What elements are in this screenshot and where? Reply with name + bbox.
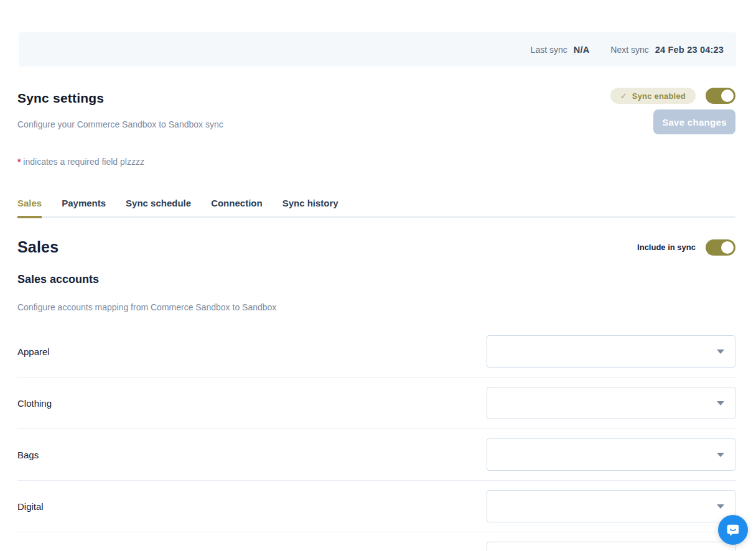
mapping-row-apparel: Apparel xyxy=(17,326,735,377)
mapping-label: Apparel xyxy=(17,346,50,357)
mapping-row-bags: Bags xyxy=(17,429,735,481)
chevron-down-icon xyxy=(717,453,724,457)
account-select-apparel[interactable] xyxy=(487,335,735,368)
sync-enabled-toggle[interactable] xyxy=(706,88,735,104)
sync-enabled-badge-label: Sync enabled xyxy=(632,91,686,101)
section-title: Sales xyxy=(17,238,58,256)
settings-tabs: Sales Payments Sync schedule Connection … xyxy=(17,198,735,218)
sales-section: Sales Include in sync Sales accounts Con… xyxy=(17,238,735,551)
chevron-down-icon xyxy=(717,401,724,405)
toggle-knob xyxy=(721,90,734,102)
account-select-digital[interactable] xyxy=(487,490,735,522)
header: Sync settings Configure your Commerce Sa… xyxy=(17,91,735,167)
mapping-label: Clothing xyxy=(17,398,52,409)
chevron-down-icon xyxy=(717,504,724,509)
required-field-note: * indicates a required field plzzzz xyxy=(17,157,735,167)
last-sync-label: Last sync xyxy=(531,45,567,55)
check-icon: ✓ xyxy=(620,91,627,101)
sales-accounts-description: Configure accounts mapping from Commerce… xyxy=(17,302,735,312)
header-actions: ✓ Sync enabled Save changes xyxy=(610,88,735,134)
sync-status-bar: Last sync N/A Next sync 24 Feb 23 04:23 xyxy=(19,32,736,67)
sync-enabled-row: ✓ Sync enabled xyxy=(610,88,735,104)
chat-launcher-button[interactable] xyxy=(718,515,748,545)
save-changes-button[interactable]: Save changes xyxy=(653,109,735,134)
sales-section-head: Sales Include in sync xyxy=(17,238,735,256)
mapping-row-hardware: Hardware xyxy=(17,532,735,551)
sync-settings-page: Last sync N/A Next sync 24 Feb 23 04:23 … xyxy=(0,0,756,551)
account-select-hardware[interactable] xyxy=(487,542,735,551)
account-mapping-list: Apparel Clothing Bags xyxy=(17,326,735,551)
include-in-sync-row: Include in sync xyxy=(637,239,735,256)
mapping-label: Digital xyxy=(17,501,44,512)
required-note-text: indicates a required field plzzzz xyxy=(21,157,144,167)
last-sync-value: N/A xyxy=(574,45,590,55)
tab-payments[interactable]: Payments xyxy=(62,198,106,218)
chat-bubble-icon xyxy=(725,522,741,538)
chevron-down-icon xyxy=(717,350,724,354)
account-select-clothing[interactable] xyxy=(487,387,735,419)
tab-connection[interactable]: Connection xyxy=(211,198,263,218)
mapping-label: Bags xyxy=(17,450,39,460)
sync-enabled-badge: ✓ Sync enabled xyxy=(610,88,696,104)
toggle-knob xyxy=(721,241,734,254)
tab-sync-schedule[interactable]: Sync schedule xyxy=(126,198,191,218)
tab-sync-history[interactable]: Sync history xyxy=(282,198,338,218)
include-in-sync-label: Include in sync xyxy=(637,243,696,252)
account-select-bags[interactable] xyxy=(487,438,735,471)
sales-accounts-title: Sales accounts xyxy=(17,273,735,286)
mapping-row-digital: Digital xyxy=(17,481,735,532)
tab-sales[interactable]: Sales xyxy=(17,198,42,218)
mapping-row-clothing: Clothing xyxy=(17,377,735,429)
next-sync-value: 24 Feb 23 04:23 xyxy=(655,45,724,55)
next-sync-label: Next sync xyxy=(610,45,648,55)
include-in-sync-toggle[interactable] xyxy=(706,239,735,256)
